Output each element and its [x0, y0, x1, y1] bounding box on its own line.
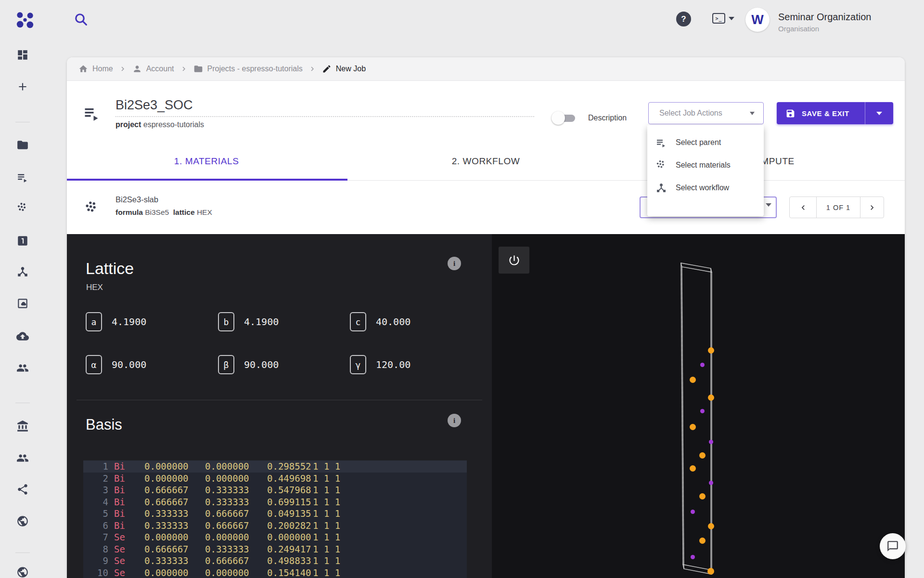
material-name[interactable]: Bi2Se3-slab [116, 195, 158, 204]
coord-y: 0.000000 [205, 460, 249, 473]
coord-z: 0.498833 [267, 555, 311, 567]
atom-se [690, 465, 696, 472]
coord-z: 0.449698 [267, 473, 311, 485]
breadcrumb-item-new-job[interactable]: New Job [322, 64, 366, 74]
param-symbol: c [350, 312, 366, 331]
chat-fab[interactable] [880, 533, 906, 559]
terminal-menu-button[interactable]: >_ [712, 13, 734, 24]
projects-folder-icon [16, 139, 29, 151]
pagination-next-button[interactable] [860, 197, 884, 218]
workflows-tree-icon [655, 182, 667, 194]
menu-item-label: Select workflow [676, 184, 729, 192]
element-symbol: Bi [114, 473, 125, 485]
structure-viewer[interactable] [492, 234, 905, 578]
search-icon[interactable] [73, 12, 89, 27]
atom-se [699, 452, 706, 459]
basis-row[interactable]: 5Bi0.3333330.6666670.0491351 1 1 [83, 508, 467, 520]
materials-atoms-icon [655, 159, 667, 171]
basis-row[interactable]: 8Se0.6666670.3333330.2494171 1 1 [83, 543, 467, 555]
basis-row[interactable]: 4Bi0.6666670.3333330.6991151 1 1 [83, 496, 467, 508]
constraint-flags: 1 1 1 [313, 460, 340, 473]
breadcrumb-label: Account [146, 65, 174, 73]
tab-1[interactable]: 1. MATERIALS [67, 143, 346, 180]
element-symbol: Bi [114, 520, 125, 532]
basis-row[interactable]: 3Bi0.6666670.3333330.5479681 1 1 [83, 484, 467, 496]
coord-y: 0.000000 [205, 531, 249, 543]
material-meta: formula Bi3Se5 lattice HEX [116, 208, 212, 217]
chevron-down-icon [766, 203, 771, 207]
param-value-input[interactable]: 90.000 [112, 359, 146, 370]
basis-row[interactable]: 2Bi0.0000000.0000000.4496981 1 1 [83, 473, 467, 485]
media-image-icon [16, 297, 29, 310]
coord-x: 0.333333 [144, 508, 189, 520]
param-value-input[interactable]: 4.1900 [112, 316, 146, 328]
sidebar-item-looks-one[interactable] [16, 235, 29, 247]
basis-row[interactable]: 1Bi0.0000000.0000000.2985521 1 1 [83, 460, 467, 473]
constraint-flags: 1 1 1 [313, 496, 340, 508]
job-title-input[interactable]: Bi2Se3_SOC [116, 98, 193, 113]
coord-z: 0.547968 [267, 484, 311, 496]
sidebar-item-add[interactable] [16, 80, 29, 93]
sidebar-item-dashboard[interactable] [16, 49, 29, 61]
menu-item-select-materials[interactable]: Select materials [647, 154, 764, 176]
param-value-input[interactable]: 4.1900 [244, 316, 279, 328]
chevron-right-icon [180, 65, 188, 73]
element-symbol: Se [114, 531, 125, 543]
app-logo-icon[interactable] [15, 11, 35, 30]
explore-globe-icon [16, 566, 29, 578]
select-job-actions-dropdown[interactable]: Select Job Actions [648, 102, 764, 124]
basis-row[interactable]: 6Bi0.3333330.6666670.2002821 1 1 [83, 520, 467, 532]
menu-item-select-workflow[interactable]: Select workflow [647, 176, 764, 199]
breadcrumb-item-projects-espresso-tutorials[interactable]: Projects - espresso-tutorials [193, 64, 303, 74]
sidebar-item-media-image[interactable] [16, 297, 29, 310]
breadcrumb: HomeAccountProjects - espresso-tutorials… [67, 57, 905, 81]
element-symbol: Se [114, 567, 125, 578]
avatar[interactable]: W [745, 8, 770, 32]
element-symbol: Se [114, 543, 125, 555]
breadcrumb-item-account[interactable]: Account [132, 64, 174, 74]
unit-cell-outline [492, 234, 905, 578]
param-value-input[interactable]: 90.000 [244, 359, 279, 370]
help-icon[interactable]: ? [676, 12, 691, 26]
sidebar-item-materials-atoms[interactable] [16, 202, 29, 214]
atom-bi [709, 481, 713, 485]
param-value-input[interactable]: 40.000 [376, 316, 411, 328]
sidebar-divider [15, 122, 30, 122]
material-select-caret[interactable] [766, 203, 771, 207]
basis-row[interactable]: 9Se0.3333330.6666670.4988331 1 1 [83, 555, 467, 567]
sidebar-item-users-group[interactable] [16, 452, 29, 464]
breadcrumb-item-home[interactable]: Home [78, 64, 113, 74]
lattice-param-c: c40.000 [350, 312, 411, 331]
menu-item-select-parent[interactable]: Select parent [647, 131, 764, 154]
sidebar-item-cloud-upload[interactable] [16, 330, 29, 342]
description-toggle-knob[interactable] [552, 111, 565, 125]
lattice-title: Lattice [86, 259, 134, 278]
lattice-info-icon[interactable]: i [448, 257, 461, 270]
basis-row[interactable]: 10Se0.0000000.0000000.1541401 1 1 [83, 567, 467, 578]
breadcrumb-label: Home [92, 65, 113, 73]
element-symbol: Bi [114, 484, 125, 496]
sidebar-item-workflows-tree[interactable] [16, 265, 29, 278]
sidebar-item-jobs-playlist[interactable] [16, 171, 29, 184]
description-label: Description [588, 114, 627, 122]
sidebar-item-explore-globe[interactable] [16, 566, 29, 578]
atom-se [708, 347, 714, 354]
basis-editor[interactable]: 1Bi0.0000000.0000000.2985521 1 12Bi0.000… [83, 460, 467, 578]
pagination-prev-button[interactable] [790, 197, 817, 218]
team-group-icon [16, 362, 29, 374]
param-value-input[interactable]: 120.00 [376, 359, 411, 370]
material-pagination: 1 OF 1 [789, 197, 884, 218]
sidebar-item-organization-bank[interactable] [16, 420, 29, 433]
save-exit-button[interactable]: SAVE & EXIT [777, 102, 893, 124]
basis-info-icon[interactable]: i [448, 414, 461, 427]
sidebar-item-team-group[interactable] [16, 362, 29, 374]
element-symbol: Se [114, 555, 125, 567]
sidebar-item-projects-folder[interactable] [16, 139, 29, 151]
basis-row[interactable]: 7Se0.0000000.0000000.0000001 1 1 [83, 531, 467, 543]
tab-2[interactable]: 2. WORKFLOW [346, 143, 625, 180]
save-more-button[interactable] [865, 112, 893, 115]
sidebar-item-web-globe[interactable] [16, 515, 29, 527]
sidebar-item-share[interactable] [16, 483, 29, 496]
org-subtitle: Organisation [778, 25, 819, 33]
job-actions-menu: Select parentSelect materialsSelect work… [647, 125, 764, 216]
